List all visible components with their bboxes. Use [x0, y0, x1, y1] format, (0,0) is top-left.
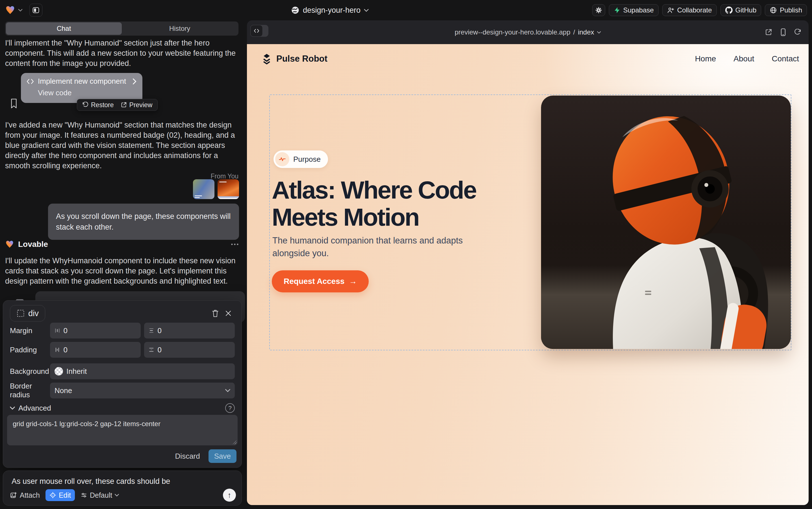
restore-button[interactable]: Restore	[82, 101, 114, 109]
attach-button[interactable]: Attach	[10, 491, 40, 499]
project-chevron-down-icon	[364, 9, 369, 12]
lovable-logo-heart-icon[interactable]	[5, 5, 15, 15]
preview-panel: preview--design-your-hero.lovable.app / …	[247, 20, 809, 505]
from-you-label: From You	[211, 172, 238, 180]
settings-button[interactable]	[592, 4, 605, 16]
edit-label: Edit	[59, 491, 71, 499]
padding-x-input[interactable]	[64, 345, 136, 354]
nav-link-contact[interactable]: Contact	[772, 54, 799, 63]
supabase-icon	[614, 7, 621, 13]
open-in-new-tab-button[interactable]	[765, 29, 772, 36]
open-preview-icon	[121, 102, 127, 108]
project-name: design-your-hero	[303, 6, 361, 15]
padding-label: Padding	[10, 345, 50, 354]
refresh-icon	[794, 29, 801, 36]
padding-x-field[interactable]	[50, 342, 141, 358]
textarea-resize-handle[interactable]	[232, 440, 236, 444]
version-actions-bar: Restore Preview	[77, 99, 158, 111]
site-brand[interactable]: Pulse Robot	[261, 53, 327, 65]
advanced-classes-textarea[interactable]: grid grid-cols-1 lg:grid-cols-2 gap-12 i…	[7, 415, 237, 445]
tab-history[interactable]: History	[122, 22, 237, 35]
topbar-actions: Supabase Collaborate GitHub Publish	[592, 0, 807, 20]
close-inspector-button[interactable]	[222, 307, 235, 320]
delete-element-button[interactable]	[209, 307, 222, 320]
site-navbar: Pulse Robot Home About Contact	[247, 44, 809, 73]
preview-version-button[interactable]: Preview	[121, 101, 153, 109]
element-inspector-popover: div Margin	[3, 300, 242, 468]
supabase-button[interactable]: Supabase	[609, 4, 659, 16]
border-radius-value: None	[54, 386, 222, 395]
margin-y-input[interactable]	[158, 326, 230, 335]
edit-mode-button[interactable]: Edit	[45, 489, 75, 501]
attachment-thumbnail-orange[interactable]	[218, 179, 239, 199]
refresh-preview-button[interactable]	[794, 29, 801, 36]
background-label: Background	[10, 367, 50, 376]
padding-y-field[interactable]	[144, 342, 235, 358]
component-version-card[interactable]: Implement new component View code	[21, 73, 142, 103]
background-value: Inherit	[66, 367, 230, 376]
attachment-thumbnail-blue[interactable]	[193, 179, 215, 199]
margin-x-input[interactable]	[64, 326, 136, 335]
chat-composer[interactable]: As user mouse roll over, these cards sho…	[3, 471, 242, 506]
advanced-chevron-icon[interactable]	[10, 406, 15, 410]
mobile-device-icon	[780, 28, 786, 36]
github-icon	[725, 6, 733, 14]
request-access-button[interactable]: Request Access →	[272, 270, 369, 293]
tab-chat[interactable]: Chat	[6, 22, 122, 35]
chat-panel: Chat History I'll implement the "Why Hum…	[0, 20, 242, 509]
border-radius-select[interactable]: None	[50, 383, 235, 399]
github-button[interactable]: GitHub	[721, 4, 762, 16]
margin-horizontal-icon	[54, 328, 60, 334]
component-card-title: Implement new component	[38, 77, 128, 86]
selection-frame-icon	[16, 309, 25, 317]
selected-element-pill[interactable]: div	[10, 305, 45, 321]
site-nav-links: Home About Contact	[695, 54, 799, 63]
mode-chevron-down-icon	[115, 494, 119, 497]
hero-headline-line2: Meets Motion	[272, 204, 476, 231]
send-button[interactable]: ↑	[223, 489, 236, 502]
chat-history-tabs: Chat History	[5, 22, 238, 36]
padding-y-input[interactable]	[158, 345, 230, 354]
toggle-sidebar-button[interactable]	[29, 4, 42, 17]
preview-url-path: index	[578, 28, 594, 36]
bookmark-icon[interactable]	[10, 98, 18, 109]
view-code-link[interactable]: View code	[38, 89, 137, 97]
pulse-robot-logo-icon	[261, 53, 272, 65]
collaborate-label: Collaborate	[677, 6, 712, 14]
discard-button[interactable]: Discard	[175, 452, 200, 461]
attach-image-icon	[10, 491, 17, 499]
cta-arrow-right-icon: →	[349, 277, 357, 286]
margin-x-field[interactable]	[50, 323, 141, 338]
publish-button[interactable]: Publish	[765, 4, 807, 16]
assistant-message-3: I'll update the WhyHumanoid component to…	[5, 256, 236, 286]
advanced-label[interactable]: Advanced	[19, 404, 51, 413]
transparent-color-swatch	[54, 367, 63, 376]
preview-label: Preview	[130, 101, 153, 109]
pulse-icon	[275, 152, 289, 166]
margin-vertical-icon	[149, 328, 154, 334]
margin-label: Margin	[10, 326, 50, 335]
advanced-help-icon[interactable]: ?	[225, 403, 235, 413]
collaborate-button[interactable]: Collaborate	[662, 4, 717, 16]
send-arrow-up-icon: ↑	[227, 491, 231, 500]
mobile-view-button[interactable]	[780, 28, 786, 36]
save-button[interactable]: Save	[209, 449, 236, 463]
preview-url-bar[interactable]: preview--design-your-hero.lovable.app / …	[247, 20, 809, 44]
chat-input[interactable]: As user mouse roll over, these cards sho…	[11, 477, 232, 488]
preview-url-separator: /	[573, 28, 575, 36]
site-brand-name: Pulse Robot	[276, 54, 327, 64]
project-selector[interactable]: design-your-hero	[291, 0, 369, 20]
purpose-badge-label: Purpose	[293, 155, 321, 164]
nav-link-about[interactable]: About	[733, 54, 754, 63]
chat-mode-selector[interactable]: Default	[80, 491, 119, 499]
restore-label: Restore	[91, 101, 114, 109]
background-field[interactable]: Inherit	[50, 363, 235, 379]
nav-link-home[interactable]: Home	[695, 54, 716, 63]
publish-globe-icon	[770, 6, 777, 14]
preview-browser-chrome: preview--design-your-hero.lovable.app / …	[247, 20, 809, 44]
external-link-icon	[765, 29, 772, 36]
message-more-options-icon[interactable]	[230, 243, 239, 246]
margin-y-field[interactable]	[144, 323, 235, 338]
workspace-chevron-down-icon[interactable]	[18, 9, 23, 11]
hero-robot-image	[541, 96, 791, 349]
